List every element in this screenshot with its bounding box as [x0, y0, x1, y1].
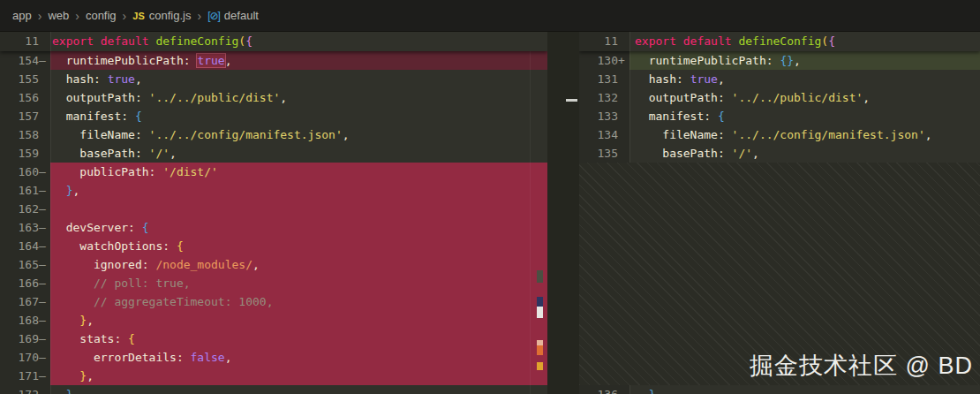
gutter[interactable]: 156 [0, 88, 50, 107]
code-line[interactable]: 136 }, [579, 385, 980, 394]
breadcrumb-item-configjs[interactable]: JS config.js [132, 9, 191, 22]
code-text[interactable]: stats: { [50, 330, 547, 348]
line-number[interactable]: 170 [19, 348, 39, 367]
code-text[interactable]: manifest: { [629, 107, 980, 125]
line-number[interactable]: 11 [25, 32, 39, 51]
gutter[interactable]: 157 [0, 107, 50, 125]
line-number[interactable]: 161 [19, 181, 39, 200]
breadcrumb-item-app[interactable]: app [12, 9, 32, 22]
gutter[interactable]: 135 [579, 144, 629, 163]
code-text[interactable]: export default defineConfig({ [629, 32, 980, 51]
code-text[interactable]: hash: true, [50, 70, 547, 88]
line-number[interactable]: 131 [598, 70, 618, 88]
line-number[interactable]: 163 [19, 218, 39, 237]
gutter[interactable]: 171— [0, 367, 50, 385]
code-text[interactable]: }, [629, 385, 980, 394]
code-text[interactable]: export default defineConfig({ [50, 32, 547, 51]
code-line[interactable]: 162— [0, 200, 547, 218]
code-line[interactable]: 135 basePath: '/', [579, 144, 980, 163]
code-text[interactable]: basePath: '/', [50, 144, 547, 163]
code-line[interactable]: 169— stats: { [0, 330, 547, 348]
sticky-scroll-line[interactable]: 11export default defineConfig({ [0, 32, 547, 51]
gutter[interactable]: 166— [0, 274, 50, 292]
code-line[interactable]: 165— ignored: /node_modules/, [0, 255, 547, 274]
line-number[interactable]: 135 [598, 144, 618, 163]
line-number[interactable]: 166 [19, 274, 39, 292]
gutter[interactable]: 167— [0, 292, 50, 311]
code-text[interactable]: watchOptions: { [50, 237, 547, 255]
code-text[interactable]: runtimePublicPath: {}, [629, 51, 980, 70]
code-line[interactable]: 157 manifest: { [0, 107, 547, 125]
gutter[interactable]: 163— [0, 218, 50, 237]
line-number[interactable]: 158 [19, 125, 39, 144]
code-line[interactable]: 166— // poll: true, [0, 274, 547, 292]
line-number[interactable]: 167 [19, 292, 39, 311]
code-text[interactable] [50, 200, 547, 218]
code-line[interactable]: 134 fileName: '../../config/manifest.jso… [579, 125, 980, 144]
code-line[interactable]: 158 fileName: '../../config/manifest.jso… [0, 125, 547, 144]
gutter[interactable]: 130+ [579, 51, 629, 70]
code-line[interactable]: 161— }, [0, 181, 547, 200]
code-line[interactable]: 156 outputPath: '../../public/dist', [0, 88, 547, 107]
line-number[interactable]: 11 [604, 32, 618, 51]
code-text[interactable]: runtimePublicPath: true, [50, 51, 547, 70]
gutter[interactable]: 161— [0, 181, 50, 200]
code-text[interactable]: }, [50, 311, 547, 330]
code-text[interactable]: fileName: '../../config/manifest.json', [50, 125, 547, 144]
line-number[interactable]: 172 [19, 385, 39, 394]
gutter[interactable]: 160— [0, 163, 50, 181]
line-number[interactable]: 133 [598, 107, 618, 125]
code-line[interactable]: 172 }, [0, 385, 547, 394]
editor-sash[interactable] [547, 32, 579, 394]
gutter[interactable]: 169— [0, 330, 50, 348]
code-text[interactable]: }, [50, 367, 547, 385]
line-number[interactable]: 136 [598, 385, 618, 394]
code-text[interactable]: }, [50, 385, 547, 394]
gutter[interactable]: 131 [579, 70, 629, 88]
code-text[interactable]: }, [50, 181, 547, 200]
code-line[interactable]: 132 outputPath: '../../public/dist', [579, 88, 980, 107]
gutter[interactable]: 159 [0, 144, 50, 163]
gutter[interactable]: 136 [579, 385, 629, 394]
code-line[interactable]: 167— // aggregateTimeout: 1000, [0, 292, 547, 311]
gutter[interactable]: 132 [579, 88, 629, 107]
line-number[interactable]: 157 [19, 107, 39, 125]
code-line[interactable]: 171— }, [0, 367, 547, 385]
gutter[interactable]: 154— [0, 51, 50, 70]
gutter[interactable]: 133 [579, 107, 629, 125]
line-number[interactable]: 134 [598, 125, 618, 144]
line-number[interactable]: 168 [19, 311, 39, 330]
code-line[interactable]: 155 hash: true, [0, 70, 547, 88]
code-line[interactable]: 154— runtimePublicPath: true, [0, 51, 547, 70]
gutter[interactable]: 11 [579, 32, 629, 51]
line-number[interactable]: 171 [19, 367, 39, 385]
gutter[interactable]: 155 [0, 70, 50, 88]
gutter[interactable]: 168— [0, 311, 50, 330]
code-text[interactable]: fileName: '../../config/manifest.json', [629, 125, 980, 144]
code-text[interactable]: // poll: true, [50, 274, 547, 292]
gutter[interactable]: 165— [0, 255, 50, 274]
code-line[interactable]: 168— }, [0, 311, 547, 330]
breadcrumb-item-web[interactable]: web [48, 9, 69, 22]
code-text[interactable]: devServer: { [50, 218, 547, 237]
overview-ruler[interactable] [530, 51, 547, 394]
line-number[interactable]: 160 [19, 163, 39, 181]
code-text[interactable]: manifest: { [50, 107, 547, 125]
line-number[interactable]: 165 [19, 255, 39, 274]
line-number[interactable]: 154 [19, 51, 39, 70]
code-text[interactable]: outputPath: '../../public/dist', [50, 88, 547, 107]
line-number[interactable]: 169 [19, 330, 39, 348]
line-number[interactable]: 156 [19, 88, 39, 107]
code-text[interactable]: hash: true, [629, 70, 980, 88]
gutter[interactable]: 170— [0, 348, 50, 367]
code-line[interactable]: 131 hash: true, [579, 70, 980, 88]
code-line[interactable]: 133 manifest: { [579, 107, 980, 125]
line-number[interactable]: 159 [19, 144, 39, 163]
code-line[interactable]: 130+ runtimePublicPath: {}, [579, 51, 980, 70]
line-number[interactable]: 164 [19, 237, 39, 255]
line-number[interactable]: 162 [19, 200, 39, 218]
line-number[interactable]: 130 [598, 51, 618, 70]
breadcrumb-item-default[interactable]: [⊘] default [207, 9, 259, 22]
code-line[interactable]: 164— watchOptions: { [0, 237, 547, 255]
code-line[interactable]: 170— errorDetails: false, [0, 348, 547, 367]
